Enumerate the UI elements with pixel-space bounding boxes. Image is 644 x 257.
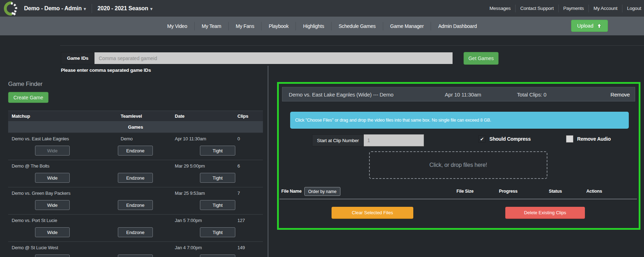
matchup-cell: Demo @ The Bolts — [8, 163, 117, 169]
nav-my-video[interactable]: My Video — [160, 23, 195, 29]
should-compress-group: ✔ Should Compress — [478, 135, 531, 142]
game-block: Demo @ St Lucie West Jan 4 7:00pm 149 Wi… — [8, 242, 263, 257]
check-icon: ✔ — [480, 136, 484, 142]
clips-cell: 7 — [234, 191, 263, 196]
nav-highlights[interactable]: Highlights — [296, 23, 331, 29]
start-clip-label: Start at Clip Number — [312, 134, 364, 146]
remove-panel-link[interactable]: Remove — [610, 92, 630, 98]
col-date: Date — [171, 113, 234, 119]
tight-button[interactable]: Tight — [200, 200, 235, 210]
panel-game-date: Apr 10 11:30am — [445, 92, 481, 98]
tight-button[interactable]: Tight — [200, 255, 235, 257]
get-games-button[interactable]: Get Games — [464, 52, 499, 65]
matchup-cell: Demo vs. Port St Lucie — [8, 218, 117, 223]
delete-existing-clips-button[interactable]: Delete Existing Clips — [505, 207, 585, 219]
team-selector-label: Demo - Demo - Admin — [24, 5, 82, 11]
game-ids-input[interactable] — [94, 52, 453, 64]
panel-total-clips: Total Clips: 0 — [517, 92, 546, 98]
game-ids-helper-text: Please enter comma separated game IDs — [61, 68, 151, 73]
tight-button[interactable]: Tight — [200, 173, 235, 183]
order-by-name-button[interactable]: Order by name — [304, 187, 340, 196]
status-header: Status — [549, 189, 562, 194]
upload-panel-header: Demo vs. East Lake Eagnles (Wide) --- De… — [282, 87, 635, 101]
nav-admin-dashboard[interactable]: Admin Dashboard — [431, 23, 484, 29]
tight-button[interactable]: Tight — [200, 227, 235, 237]
games-group-row: Games — [8, 122, 263, 133]
start-clip-group: Start at Clip Number — [312, 134, 424, 146]
season-selector[interactable]: 2020 - 2021 Season▾ — [98, 5, 153, 12]
date-cell: Jan 4 7:00pm — [171, 245, 234, 250]
file-dropzone[interactable]: Click, or drop files here! — [369, 151, 547, 179]
create-game-button[interactable]: Create Game — [8, 92, 48, 103]
progress-header: Progress — [499, 189, 518, 194]
remove-audio-checkbox[interactable] — [566, 135, 573, 142]
contact-support-link[interactable]: Contact Support — [516, 6, 558, 11]
nav-items: My Video My Team My Fans Playbook Highli… — [160, 22, 484, 30]
upload-panel: Demo vs. East Lake Eagnles (Wide) --- De… — [277, 82, 640, 230]
should-compress-label: Should Compress — [489, 136, 531, 142]
nav-my-team[interactable]: My Team — [195, 23, 228, 29]
angle-buttons-row: Wide Endzone Tight — [8, 199, 263, 214]
nav-my-fans[interactable]: My Fans — [229, 23, 261, 29]
messages-link[interactable]: Messages — [485, 6, 515, 11]
chevron-down-icon: ▾ — [84, 6, 86, 11]
payments-link[interactable]: Payments — [559, 6, 588, 11]
should-compress-checkbox[interactable]: ✔ — [478, 135, 485, 142]
date-cell: Jan 5 7:00pm — [171, 218, 234, 223]
nav-schedule-games[interactable]: Schedule Games — [332, 23, 383, 29]
table-row: Demo @ St Lucie West Jan 4 7:00pm 149 — [8, 242, 263, 253]
game-ids-label: Game IDs — [61, 52, 94, 64]
matchup-cell: Demo vs. Green Bay Packers — [8, 191, 117, 196]
panel-game-title: Demo vs. East Lake Eagnles (Wide) --- De… — [289, 92, 393, 98]
app-logo-icon[interactable] — [3, 1, 19, 16]
upload-arrow-icon — [597, 23, 602, 29]
endzone-button[interactable]: Endzone — [118, 173, 153, 183]
topbar-links: Messages Contact Support Payments My Acc… — [485, 0, 644, 17]
tight-button[interactable]: Tight — [200, 146, 235, 156]
wide-button[interactable]: Wide — [35, 227, 70, 237]
matchup-cell: Demo vs. East Lake Eagnles — [8, 136, 117, 141]
upload-button-label: Upload — [577, 23, 593, 29]
date-cell: Mar 29 5:00pm — [171, 163, 234, 169]
upload-panel-inner: Demo vs. East Lake Eagnles (Wide) --- De… — [279, 84, 639, 228]
wide-button[interactable]: Wide — [35, 146, 70, 156]
nav-game-manager[interactable]: Game Manager — [383, 23, 431, 29]
panel-scrollbar-divider[interactable] — [268, 66, 269, 257]
game-block: Demo vs. Port St Lucie Jan 5 7:00pm 127 … — [8, 215, 263, 242]
endzone-button[interactable]: Endzone — [118, 227, 153, 237]
angle-buttons-row: Wide Endzone Tight — [8, 171, 263, 187]
table-row: Demo @ The Bolts Mar 29 5:00pm 6 — [8, 160, 263, 171]
remove-audio-group: Remove Audio — [566, 135, 611, 142]
top-bar: Demo - Demo - Admin▾ 2020 - 2021 Season▾… — [0, 0, 644, 17]
date-cell: Mar 25 9:53am — [171, 191, 234, 196]
teamlevel-cell: Demo — [117, 136, 171, 141]
clips-cell: 127 — [234, 218, 263, 223]
logout-link[interactable]: Logout — [622, 6, 642, 11]
wide-button[interactable]: Wide — [35, 200, 70, 210]
file-name-header: File Name — [281, 189, 301, 194]
wide-button[interactable]: Wide — [35, 173, 70, 183]
clips-cell: 0 — [234, 136, 263, 141]
endzone-button[interactable]: Endzone — [118, 200, 153, 210]
start-clip-input[interactable] — [364, 134, 424, 146]
col-teamlevel: Teamlevel — [117, 113, 171, 119]
games-table: Matchup Teamlevel Date Clips Games Demo … — [8, 111, 263, 257]
team-selector[interactable]: Demo - Demo - Admin▾ — [24, 5, 86, 12]
main-nav: My Video My Team My Fans Playbook Highli… — [0, 17, 644, 35]
topbar-divider — [92, 4, 92, 13]
col-clips: Clips — [234, 113, 263, 119]
game-block: Demo vs. Green Bay Packers Mar 25 9:53am… — [8, 187, 263, 215]
upload-info-alert: Click "Choose Files" or drag and drop th… — [290, 112, 629, 129]
wide-button[interactable]: Wide — [35, 255, 70, 257]
endzone-button[interactable]: Endzone — [118, 255, 153, 257]
file-size-header: File Size — [456, 189, 473, 194]
my-account-link[interactable]: My Account — [589, 6, 622, 11]
upload-button[interactable]: Upload — [571, 20, 608, 32]
file-table-divider — [280, 199, 637, 199]
angle-buttons-row: Wide Endzone Tight — [8, 144, 263, 160]
nav-playbook[interactable]: Playbook — [261, 23, 295, 29]
endzone-button[interactable]: Endzone — [118, 146, 153, 156]
clear-selected-files-button[interactable]: Clear Selected Files — [332, 207, 413, 219]
actions-header: Actions — [586, 189, 602, 194]
matchup-cell: Demo @ St Lucie West — [8, 245, 117, 250]
